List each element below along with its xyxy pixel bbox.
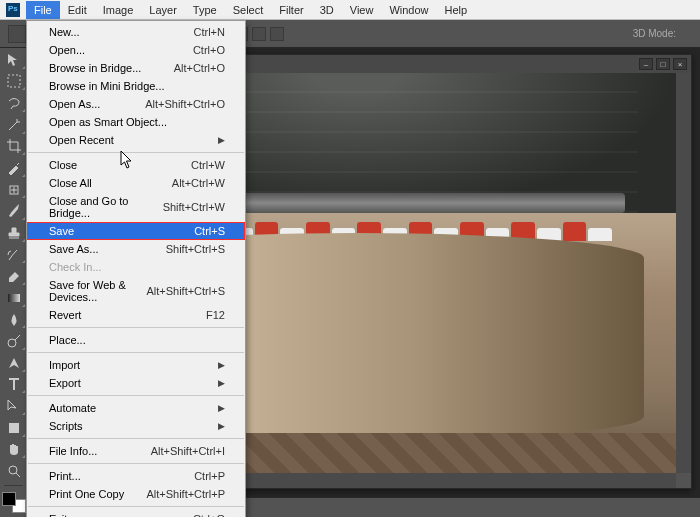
menu-label: New... (49, 26, 80, 38)
mouse-cursor-icon (120, 151, 134, 171)
minimize-button[interactable]: – (639, 58, 653, 70)
menu-save-web[interactable]: Save for Web & Devices...Alt+Shift+Ctrl+… (27, 276, 245, 306)
submenu-arrow-icon: ▶ (218, 378, 225, 388)
menu-automate[interactable]: Automate▶ (27, 399, 245, 417)
svg-rect-2 (8, 294, 20, 302)
menu-label: Close All (49, 177, 92, 189)
menu-label: Close and Go to Bridge... (49, 195, 163, 219)
menu-new[interactable]: New...Ctrl+N (27, 23, 245, 41)
menu-open-recent[interactable]: Open Recent▶ (27, 131, 245, 149)
menu-help[interactable]: Help (437, 1, 476, 19)
menu-label: File Info... (49, 445, 97, 457)
menu-layer[interactable]: Layer (141, 1, 185, 19)
menu-save-as[interactable]: Save As...Shift+Ctrl+S (27, 240, 245, 258)
menu-open-as[interactable]: Open As...Alt+Shift+Ctrl+O (27, 95, 245, 113)
zoom-tool-icon[interactable] (2, 461, 26, 481)
menu-open-smart[interactable]: Open as Smart Object... (27, 113, 245, 131)
menu-select[interactable]: Select (225, 1, 272, 19)
healing-tool-icon[interactable] (2, 180, 26, 200)
menu-import[interactable]: Import▶ (27, 356, 245, 374)
brush-tool-icon[interactable] (2, 201, 26, 221)
menu-revert[interactable]: RevertF12 (27, 306, 245, 324)
menu-label: Print... (49, 470, 81, 482)
menu-filter[interactable]: Filter (271, 1, 311, 19)
menu-place[interactable]: Place... (27, 331, 245, 349)
menu-type[interactable]: Type (185, 1, 225, 19)
shortcut: F12 (206, 309, 225, 321)
shortcut: Alt+Shift+Ctrl+P (146, 488, 225, 500)
close-button[interactable]: × (673, 58, 687, 70)
eyedropper-tool-icon[interactable] (2, 158, 26, 178)
hand-tool-icon[interactable] (2, 440, 26, 460)
distribute-icon[interactable] (252, 27, 266, 41)
menu-close-all[interactable]: Close AllAlt+Ctrl+W (27, 174, 245, 192)
history-brush-tool-icon[interactable] (2, 245, 26, 265)
menu-divider (28, 463, 244, 464)
menu-window[interactable]: Window (381, 1, 436, 19)
menu-label: Exit (49, 513, 67, 517)
menu-3d[interactable]: 3D (312, 1, 342, 19)
maximize-button[interactable]: □ (656, 58, 670, 70)
tool-preset-icon[interactable] (8, 25, 26, 43)
pen-tool-icon[interactable] (2, 353, 26, 373)
shortcut: Alt+Shift+Ctrl+I (151, 445, 225, 457)
app-icon (6, 3, 20, 17)
shortcut: Ctrl+Q (193, 513, 225, 517)
shortcut: Ctrl+O (193, 44, 225, 56)
menu-label: Save (49, 225, 74, 237)
shortcut: Ctrl+N (194, 26, 225, 38)
menubar: File Edit Image Layer Type Select Filter… (0, 0, 700, 20)
foreground-color[interactable] (2, 492, 16, 506)
vertical-scrollbar[interactable] (676, 73, 691, 473)
menu-file[interactable]: File (26, 1, 60, 19)
shortcut: Alt+Shift+Ctrl+O (145, 98, 225, 110)
distribute-icon[interactable] (270, 27, 284, 41)
menu-print-one[interactable]: Print One CopyAlt+Shift+Ctrl+P (27, 485, 245, 503)
svg-rect-4 (9, 423, 19, 433)
menu-label: Save As... (49, 243, 99, 255)
path-tool-icon[interactable] (2, 396, 26, 416)
submenu-arrow-icon: ▶ (218, 421, 225, 431)
menu-label: Revert (49, 309, 81, 321)
menu-open[interactable]: Open...Ctrl+O (27, 41, 245, 59)
menu-label: Import (49, 359, 80, 371)
menu-close-bridge[interactable]: Close and Go to Bridge...Shift+Ctrl+W (27, 192, 245, 222)
move-tool-icon[interactable] (2, 50, 26, 70)
blur-tool-icon[interactable] (2, 310, 26, 330)
menu-print[interactable]: Print...Ctrl+P (27, 467, 245, 485)
eraser-tool-icon[interactable] (2, 266, 26, 286)
marquee-tool-icon[interactable] (2, 72, 26, 92)
shortcut: Alt+Shift+Ctrl+S (146, 285, 225, 297)
svg-point-5 (9, 466, 17, 474)
type-tool-icon[interactable] (2, 375, 26, 395)
shortcut: Ctrl+S (194, 225, 225, 237)
menu-file-info[interactable]: File Info...Alt+Shift+Ctrl+I (27, 442, 245, 460)
menu-scripts[interactable]: Scripts▶ (27, 417, 245, 435)
menu-label: Browse in Bridge... (49, 62, 141, 74)
dodge-tool-icon[interactable] (2, 331, 26, 351)
submenu-arrow-icon: ▶ (218, 360, 225, 370)
lasso-tool-icon[interactable] (2, 93, 26, 113)
menu-divider (28, 506, 244, 507)
menu-export[interactable]: Export▶ (27, 374, 245, 392)
wand-tool-icon[interactable] (2, 115, 26, 135)
shape-tool-icon[interactable] (2, 418, 26, 438)
menu-close[interactable]: CloseCtrl+W (27, 156, 245, 174)
menu-divider (28, 352, 244, 353)
menu-label: Close (49, 159, 77, 171)
menu-view[interactable]: View (342, 1, 382, 19)
menu-image[interactable]: Image (95, 1, 142, 19)
menu-save[interactable]: SaveCtrl+S (27, 222, 245, 240)
gradient-tool-icon[interactable] (2, 288, 26, 308)
shortcut: Ctrl+W (191, 159, 225, 171)
color-swatch[interactable] (2, 492, 26, 513)
menu-exit[interactable]: ExitCtrl+Q (27, 510, 245, 517)
menu-browse-bridge[interactable]: Browse in Bridge...Alt+Ctrl+O (27, 59, 245, 77)
crop-tool-icon[interactable] (2, 137, 26, 157)
mode-3d-label: 3D Mode: (633, 28, 676, 39)
menu-label: Place... (49, 334, 86, 346)
menu-browse-mini[interactable]: Browse in Mini Bridge... (27, 77, 245, 95)
shortcut: Shift+Ctrl+S (166, 243, 225, 255)
menu-edit[interactable]: Edit (60, 1, 95, 19)
stamp-tool-icon[interactable] (2, 223, 26, 243)
